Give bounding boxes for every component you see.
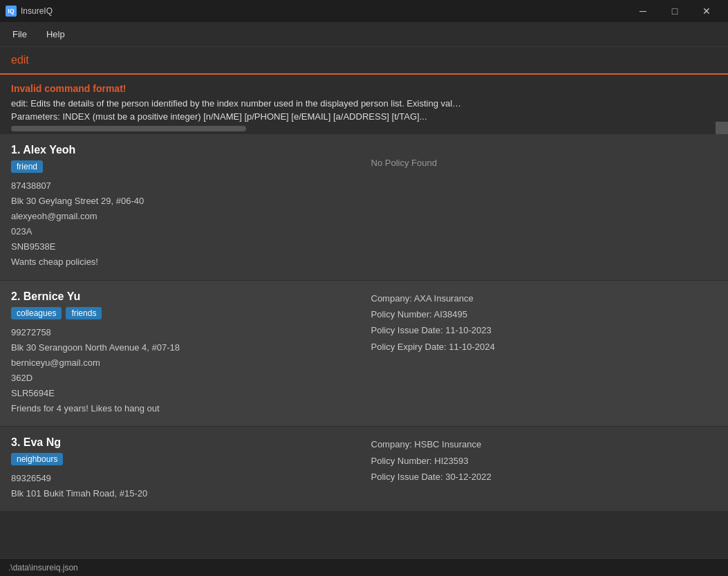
person-details: 87438807Blk 30 Geylang Street 29, #06-40… [11, 178, 357, 270]
person-field: berniceyu@gmail.com [11, 355, 357, 371]
person-card: 2. Bernice Yucolleaguesfriends99272758Bl… [0, 281, 728, 427]
policy-field: Policy Issue Date: 11-10-2023 [371, 322, 718, 338]
person-field: 362D [11, 371, 357, 386]
tag-colleagues: colleagues [11, 307, 62, 319]
person-field: 89326549 [11, 471, 357, 486]
person-tags: friend [11, 160, 357, 173]
policy-detail: Company: AXA InsurancePolicy Number: AI3… [371, 290, 718, 355]
person-name: 3. Eva Ng [11, 436, 357, 449]
minimize-button[interactable]: ─ [627, 0, 659, 22]
policy-field: Policy Expiry Date: 11-10-2024 [371, 339, 718, 355]
policy-field: Policy Number: AI38495 [371, 306, 718, 322]
person-left: 2. Bernice Yucolleaguesfriends99272758Bl… [11, 290, 357, 417]
tag-friends: friends [66, 307, 102, 319]
person-field: SLR5694E [11, 386, 357, 401]
policy-field: Company: HSBC Insurance [371, 436, 718, 452]
person-field: Wants cheap policies! [11, 254, 357, 270]
person-left: 1. Alex Yeohfriend87438807Blk 30 Geylang… [11, 144, 357, 270]
policy-field: Policy Issue Date: 30-12-2022 [371, 469, 718, 485]
menu-help[interactable]: Help [39, 26, 72, 42]
close-button[interactable]: ✕ [691, 0, 722, 22]
info-text: edit: Edits the details of the person id… [11, 98, 717, 109]
scroll-corner [716, 122, 728, 134]
status-path: .\data\insureiq.json [8, 563, 78, 573]
person-details: 99272758Blk 30 Serangoon North Avenue 4,… [11, 325, 357, 417]
policy-detail: Company: HSBC InsurancePolicy Number: HI… [371, 436, 718, 485]
app-icon: IQ [6, 6, 17, 17]
person-field: Blk 30 Serangoon North Avenue 4, #07-18 [11, 340, 357, 355]
tag-neighbours: neighbours [11, 453, 63, 465]
horizontal-scrollbar[interactable] [11, 126, 246, 131]
menu-file[interactable]: File [6, 26, 34, 42]
menu-bar: File Help [0, 22, 728, 47]
person-tags: colleaguesfriends [11, 307, 357, 319]
app-icon-text: IQ [8, 8, 15, 15]
window-controls: ─ □ ✕ [627, 0, 722, 22]
person-field: alexyeoh@gmail.com [11, 209, 357, 224]
policy-field: Company: AXA Insurance [371, 290, 718, 306]
person-card: 1. Alex Yeohfriend87438807Blk 30 Geylang… [0, 134, 728, 281]
output-area: Invalid command format! edit: Edits the … [0, 75, 728, 134]
person-field: Blk 101 Bukit Timah Road, #15-20 [11, 486, 357, 501]
person-name: 2. Bernice Yu [11, 290, 357, 303]
title-bar: IQ InsureIQ ─ □ ✕ [0, 0, 728, 22]
command-input[interactable] [11, 54, 717, 66]
person-name: 1. Alex Yeoh [11, 144, 357, 156]
policy-field: Policy Number: HI23593 [371, 453, 718, 469]
command-area [0, 47, 728, 75]
person-tags: neighbours [11, 453, 357, 465]
error-message: Invalid command format! [11, 83, 717, 94]
person-field: 87438807 [11, 178, 357, 194]
app-title: InsureIQ [21, 6, 53, 16]
person-details: 89326549Blk 101 Bukit Timah Road, #15-20 [11, 471, 357, 501]
title-bar-left: IQ InsureIQ [6, 6, 53, 17]
person-right: No Policy Found [357, 144, 718, 270]
no-policy-text: No Policy Found [371, 158, 718, 168]
person-field: 99272758 [11, 325, 357, 340]
params-text: Parameters: INDEX (must be a positive in… [11, 111, 717, 122]
person-card: 3. Eva Ngneighbours89326549Blk 101 Bukit… [0, 427, 728, 512]
person-right: Company: AXA InsurancePolicy Number: AI3… [357, 290, 718, 417]
maximize-button[interactable]: □ [659, 0, 691, 22]
person-field: Friends for 4 years! Likes to hang out [11, 401, 357, 416]
tag-friend: friend [11, 160, 43, 173]
person-field: 023A [11, 224, 357, 239]
person-field: Blk 30 Geylang Street 29, #06-40 [11, 194, 357, 209]
person-left: 3. Eva Ngneighbours89326549Blk 101 Bukit… [11, 436, 357, 501]
person-field: SNB9538E [11, 239, 357, 254]
person-list: 1. Alex Yeohfriend87438807Blk 30 Geylang… [0, 134, 728, 558]
status-bar: .\data\insureiq.json [0, 558, 728, 576]
person-right: Company: HSBC InsurancePolicy Number: HI… [357, 436, 718, 501]
